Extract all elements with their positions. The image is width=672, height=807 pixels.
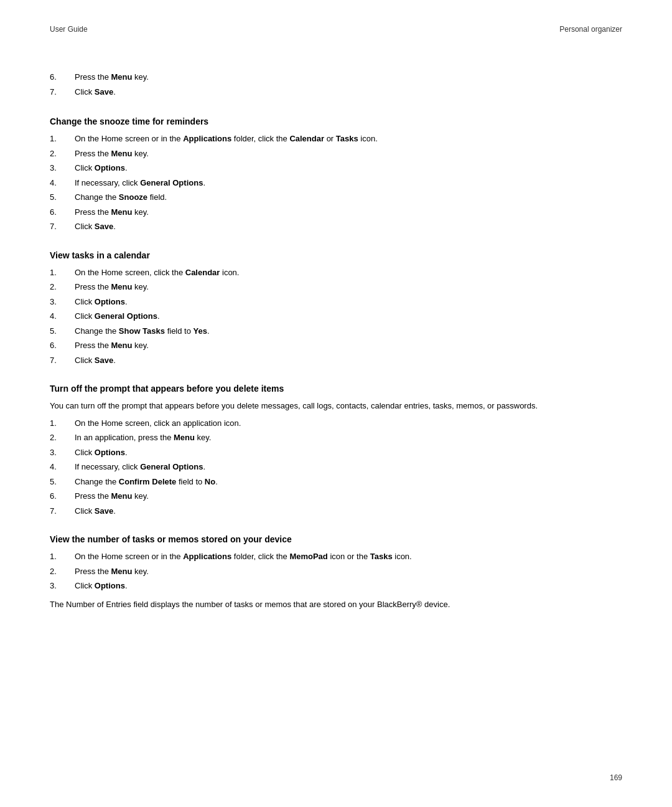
list-text: On the Home screen or in the Application… (75, 550, 412, 563)
list-item: 3. Click Options. (50, 162, 622, 174)
list-num: 6. (50, 206, 75, 219)
list-item: 3. Click Options. (50, 446, 622, 459)
section-title-view-tasks: View tasks in a calendar (50, 250, 622, 260)
list-item: 6. Press the Menu key. (50, 206, 622, 219)
list-num: 2. (50, 281, 75, 293)
section-intro-turn-off-prompt: You can turn off the prompt that appears… (50, 400, 622, 412)
list-num: 6. (50, 71, 75, 83)
page-content: 6. Press the Menu key. 7. Click Save. Ch… (50, 65, 622, 610)
list-text: Change the Show Tasks field to Yes. (75, 325, 210, 337)
list-text: On the Home screen, click the Calendar i… (75, 267, 239, 279)
list-num: 6. (50, 490, 75, 503)
list-item: 7. Click Save. (50, 220, 622, 233)
list-num: 5. (50, 191, 75, 204)
list-text: Click Save. (75, 505, 116, 517)
section-view-tasks: View tasks in a calendar 1. On the Home … (50, 250, 622, 367)
list-text: If necessary, click General Options. (75, 461, 205, 473)
list-num: 1. (50, 267, 75, 279)
list-num: 1. (50, 133, 75, 145)
list-text: On the Home screen, click an application… (75, 417, 241, 430)
list-text: Press the Menu key. (75, 339, 149, 352)
list-text: Click Options. (75, 296, 128, 308)
list-num: 4. (50, 310, 75, 323)
section-list-view-tasks: 1. On the Home screen, click the Calenda… (50, 267, 622, 367)
list-num: 7. (50, 354, 75, 367)
section-list-snooze: 1. On the Home screen or in the Applicat… (50, 133, 622, 233)
list-num: 5. (50, 476, 75, 488)
list-item: 2. Press the Menu key. (50, 148, 622, 160)
list-item: 7. Click Save. (50, 505, 622, 517)
section-title-view-number: View the number of tasks or memos stored… (50, 534, 622, 544)
list-num: 4. (50, 177, 75, 189)
intro-list: 6. Press the Menu key. 7. Click Save. (50, 71, 622, 98)
list-text: Change the Snooze field. (75, 191, 167, 204)
list-item: 7. Click Save. (50, 86, 622, 98)
list-text: Press the Menu key. (75, 206, 149, 219)
list-item: 5. Change the Confirm Delete field to No… (50, 476, 622, 488)
list-text: Press the Menu key. (75, 148, 149, 160)
list-item: 4. Click General Options. (50, 310, 622, 323)
section-title-snooze: Change the snooze time for reminders (50, 116, 622, 126)
list-num: 2. (50, 432, 75, 444)
list-num: 7. (50, 220, 75, 233)
section-footer-view-number: The Number of Entries field displays the… (50, 598, 622, 611)
list-item: 6. Press the Menu key. (50, 71, 622, 83)
list-text: Click Options. (75, 580, 128, 592)
header-left: User Guide (50, 25, 88, 34)
list-text: Click Save. (75, 86, 116, 98)
list-item: 5. Change the Snooze field. (50, 191, 622, 204)
list-num: 6. (50, 339, 75, 352)
list-item: 6. Press the Menu key. (50, 339, 622, 352)
list-text: On the Home screen or in the Application… (75, 133, 378, 145)
list-num: 2. (50, 148, 75, 160)
list-num: 3. (50, 446, 75, 459)
list-item: 2. In an application, press the Menu key… (50, 432, 622, 444)
list-num: 3. (50, 580, 75, 592)
list-num: 7. (50, 505, 75, 517)
list-item: 1. On the Home screen, click an applicat… (50, 417, 622, 430)
list-item: 2. Press the Menu key. (50, 565, 622, 578)
list-item: 4. If necessary, click General Options. (50, 461, 622, 473)
section-snooze: Change the snooze time for reminders 1. … (50, 116, 622, 233)
list-num: 3. (50, 162, 75, 174)
list-text: Click Save. (75, 220, 116, 233)
list-item: 6. Press the Menu key. (50, 490, 622, 503)
section-title-turn-off-prompt: Turn off the prompt that appears before … (50, 384, 622, 394)
list-item: 1. On the Home screen or in the Applicat… (50, 133, 622, 145)
list-text: If necessary, click General Options. (75, 177, 205, 189)
list-num: 5. (50, 325, 75, 337)
list-text: Click Options. (75, 162, 128, 174)
list-text: Press the Menu key. (75, 281, 149, 293)
page-header: User Guide Personal organizer (50, 25, 622, 34)
list-item: 2. Press the Menu key. (50, 281, 622, 293)
list-text: Click Options. (75, 446, 128, 459)
header-right: Personal organizer (559, 25, 622, 34)
list-text: In an application, press the Menu key. (75, 432, 211, 444)
list-text: Click General Options. (75, 310, 160, 323)
list-item: 5. Change the Show Tasks field to Yes. (50, 325, 622, 337)
list-text: Press the Menu key. (75, 71, 149, 83)
list-text: Press the Menu key. (75, 565, 149, 578)
list-item: 3. Click Options. (50, 296, 622, 308)
list-item: 1. On the Home screen or in the Applicat… (50, 550, 622, 563)
list-text: Change the Confirm Delete field to No. (75, 476, 218, 488)
list-item: 7. Click Save. (50, 354, 622, 367)
section-turn-off-prompt: Turn off the prompt that appears before … (50, 384, 622, 517)
list-num: 1. (50, 417, 75, 430)
page-number: 169 (610, 773, 622, 782)
section-list-turn-off-prompt: 1. On the Home screen, click an applicat… (50, 417, 622, 517)
list-text: Press the Menu key. (75, 490, 149, 503)
list-item: 1. On the Home screen, click the Calenda… (50, 267, 622, 279)
list-num: 2. (50, 565, 75, 578)
list-item: 3. Click Options. (50, 580, 622, 592)
page: User Guide Personal organizer 6. Press t… (0, 0, 672, 807)
list-num: 1. (50, 550, 75, 563)
section-list-view-number: 1. On the Home screen or in the Applicat… (50, 550, 622, 592)
list-num: 7. (50, 86, 75, 98)
list-num: 4. (50, 461, 75, 473)
list-num: 3. (50, 296, 75, 308)
section-view-number: View the number of tasks or memos stored… (50, 534, 622, 610)
list-item: 4. If necessary, click General Options. (50, 177, 622, 189)
list-text: Click Save. (75, 354, 116, 367)
